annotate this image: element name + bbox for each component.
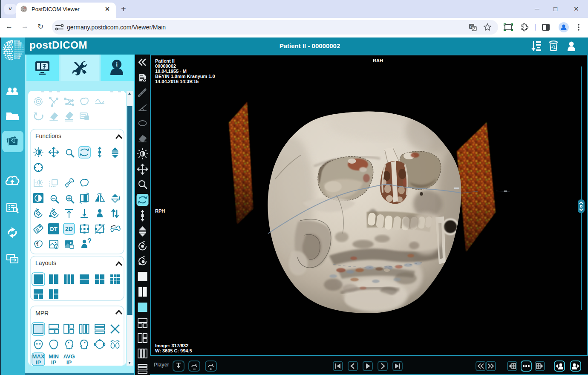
svg-text:AVG: AVG: [63, 353, 75, 360]
svg-text:MIN: MIN: [49, 353, 59, 360]
svg-text:2D: 2D: [65, 225, 73, 232]
svg-text:IP: IP: [51, 359, 57, 366]
svg-text:IP: IP: [36, 359, 41, 366]
svg-text:IP: IP: [66, 359, 72, 366]
svg-text:Functions: Functions: [35, 133, 61, 139]
svg-text:i: i: [116, 61, 118, 68]
svg-text:MPR: MPR: [35, 310, 49, 317]
svg-text:Layouts: Layouts: [35, 260, 56, 266]
svg-text:DT: DT: [50, 226, 57, 232]
svg-text:?: ?: [87, 237, 92, 245]
svg-text:MAX: MAX: [32, 353, 45, 360]
svg-text:10010: 10010: [14, 57, 20, 59]
